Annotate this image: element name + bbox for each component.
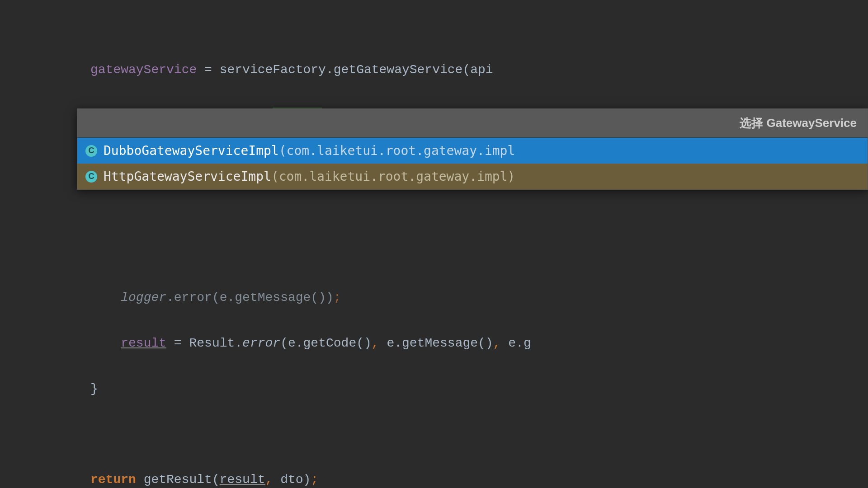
implementation-option-dubbo[interactable]: C DubboGatewayServiceImpl (com.laiketui.… [77,138,868,164]
class-icon: C [85,145,97,157]
class-name: HttpGatewayServiceImpl [104,169,271,184]
code-line: } [90,378,868,400]
class-package: (com.laiketui.root.gateway.impl) [271,169,515,184]
code-line [90,241,868,264]
implementation-option-http[interactable]: C HttpGatewayServiceImpl (com.laiketui.r… [77,164,868,189]
code-line [90,423,868,446]
class-icon: C [85,171,97,183]
implementation-chooser-popup: 选择 GatewayService C DubboGatewayServiceI… [77,108,868,190]
code-line: logger.error(e.getMessage()); [90,286,868,309]
code-line: gatewayService = serviceFactory.getGatew… [90,59,868,81]
code-line: result = Result.error(e.getCode(), e.get… [90,332,868,355]
code-line: return getResult(result, dto); [90,469,868,488]
class-name: DubboGatewayServiceImpl [104,143,279,158]
variable: gatewayService [90,63,197,77]
class-package: (com.laiketui.root.gateway.impl [279,143,515,158]
code-line [90,196,868,218]
popup-title: 选择 GatewayService [77,109,868,138]
code-editor[interactable]: gatewayService = serviceFactory.getGatew… [0,0,868,488]
